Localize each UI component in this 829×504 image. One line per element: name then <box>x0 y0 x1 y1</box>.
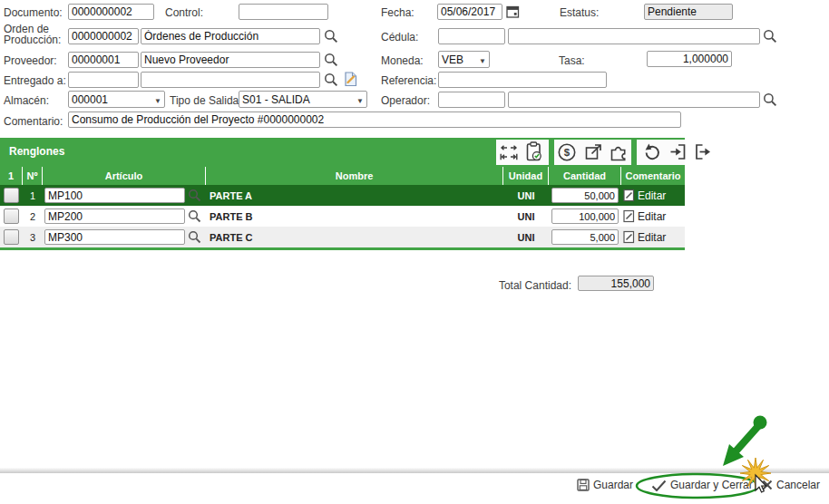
row-select-button[interactable] <box>4 229 19 245</box>
entregado-code-input[interactable] <box>68 72 139 88</box>
guardar-y-cerrar-label: Guardar y Cerrar <box>670 479 753 491</box>
column-header-numero: Nº <box>23 167 43 185</box>
edit-document-icon[interactable] <box>343 71 358 87</box>
cedula-label: Cédula: <box>381 31 418 44</box>
articulo-input[interactable] <box>44 208 185 224</box>
editar-link[interactable]: Editar <box>638 231 666 244</box>
clipboard-check-icon[interactable] <box>524 141 543 162</box>
operador-label: Operador: <box>381 94 430 107</box>
table-row: 1 PARTE A UNI Editar <box>0 185 685 206</box>
edit-note-icon[interactable] <box>623 209 635 223</box>
comentario-label: Comentario: <box>4 115 63 128</box>
search-icon[interactable] <box>763 92 777 107</box>
editar-link[interactable]: Editar <box>638 189 666 202</box>
svg-text:$: $ <box>564 147 571 158</box>
nombre-cell: PARTE B <box>206 206 503 227</box>
documento-label: Documento: <box>4 6 63 19</box>
save-icon <box>577 479 590 491</box>
unidad-cell: UNI <box>503 206 549 227</box>
orden-label: Orden de Producción: <box>4 24 67 45</box>
edit-note-icon[interactable] <box>623 189 635 202</box>
estatus-value <box>644 4 733 20</box>
search-icon[interactable] <box>188 189 201 202</box>
estatus-label: Estatus: <box>560 6 599 19</box>
cantidad-input[interactable] <box>551 188 619 203</box>
cantidad-input[interactable] <box>551 208 619 224</box>
chevron-down-icon <box>353 93 364 106</box>
fecha-label: Fecha: <box>381 6 414 19</box>
column-header-cantidad: Cantidad <box>549 167 621 185</box>
import-icon[interactable] <box>668 142 688 161</box>
tipo-salida-label: Tipo de Salida: <box>170 94 242 107</box>
cantidad-input[interactable] <box>551 229 619 245</box>
edit-note-icon[interactable] <box>623 230 635 244</box>
plugin-icon[interactable] <box>609 142 629 162</box>
search-icon[interactable] <box>324 73 338 87</box>
total-cantidad-label: Total Cantidad: <box>454 279 571 292</box>
fecha-input[interactable] <box>437 4 502 20</box>
cedula-name-input[interactable] <box>508 28 760 44</box>
control-label: Control: <box>165 6 203 19</box>
currency-icon[interactable]: $ <box>557 142 577 162</box>
operador-name-input[interactable] <box>508 92 760 108</box>
guardar-button[interactable]: Guardar <box>577 479 633 491</box>
almacen-label: Almacén: <box>4 94 49 107</box>
check-icon <box>651 480 667 491</box>
tasa-label: Tasa: <box>559 54 585 67</box>
row-number: 1 <box>23 185 43 206</box>
moneda-select[interactable]: VEB <box>438 51 490 68</box>
document-form-page: Documento: Control: Fecha: Estatus: Orde… <box>0 0 829 504</box>
row-number: 2 <box>23 206 43 227</box>
guardar-y-cerrar-button[interactable]: Guardar y Cerrar <box>651 479 753 491</box>
footer-separator <box>0 468 829 473</box>
guardar-label: Guardar <box>593 479 633 491</box>
column-header-articulo: Artículo <box>43 167 206 185</box>
calendar-icon[interactable] <box>506 5 520 18</box>
tasa-input[interactable] <box>647 51 732 67</box>
search-icon[interactable] <box>324 53 338 67</box>
search-icon[interactable] <box>188 230 201 244</box>
close-icon <box>762 480 773 490</box>
refresh-icon[interactable] <box>642 142 662 162</box>
proveedor-name-input[interactable] <box>141 52 320 68</box>
documento-input[interactable] <box>68 4 154 20</box>
editar-link[interactable]: Editar <box>638 210 666 223</box>
entregado-name-input[interactable] <box>141 72 320 88</box>
tipo-salida-value: S01 - SALIDA <box>242 93 310 106</box>
row-select-button[interactable] <box>4 188 19 203</box>
nombre-cell: PARTE A <box>206 185 503 206</box>
proveedor-code-input[interactable] <box>68 52 139 68</box>
open-window-icon[interactable] <box>584 142 603 161</box>
proveedor-label: Proveedor: <box>4 54 57 67</box>
control-input[interactable] <box>239 4 328 20</box>
articulo-input[interactable] <box>44 229 185 245</box>
comentario-input[interactable] <box>68 111 681 128</box>
almacen-select[interactable]: 000001 <box>68 91 165 108</box>
search-icon[interactable] <box>324 29 338 44</box>
referencia-input[interactable] <box>438 72 607 88</box>
search-icon[interactable] <box>763 29 777 44</box>
articulo-input[interactable] <box>44 188 185 203</box>
row-select-button[interactable] <box>4 208 19 224</box>
export-icon[interactable] <box>694 142 714 161</box>
cedula-code-input[interactable] <box>438 28 505 44</box>
nombre-cell: PARTE C <box>206 227 503 247</box>
tipo-salida-select[interactable]: S01 - SALIDA <box>239 91 367 108</box>
search-icon[interactable] <box>188 209 201 223</box>
table-header: 1 Nº Artículo Nombre Unidad Cantidad Com… <box>0 167 685 185</box>
nav-arrows-icon[interactable] <box>498 143 521 162</box>
entregado-label: Entregado a: <box>4 74 66 87</box>
orden-code-input[interactable] <box>68 28 139 44</box>
orden-name-input[interactable] <box>141 28 320 44</box>
operador-code-input[interactable] <box>438 92 505 108</box>
cancelar-button[interactable]: Cancelar <box>762 479 820 491</box>
green-arrow <box>723 416 767 467</box>
table-row: 3 PARTE C UNI Editar <box>0 227 685 247</box>
table-row: 2 PARTE B UNI Editar <box>0 206 685 227</box>
row-number: 3 <box>23 227 43 247</box>
referencia-label: Referencia: <box>381 74 436 87</box>
column-header-select: 1 <box>0 167 23 185</box>
renglones-title: Renglones <box>9 145 64 158</box>
moneda-label: Moneda: <box>381 54 424 67</box>
column-header-comentario: Comentario <box>621 167 685 185</box>
